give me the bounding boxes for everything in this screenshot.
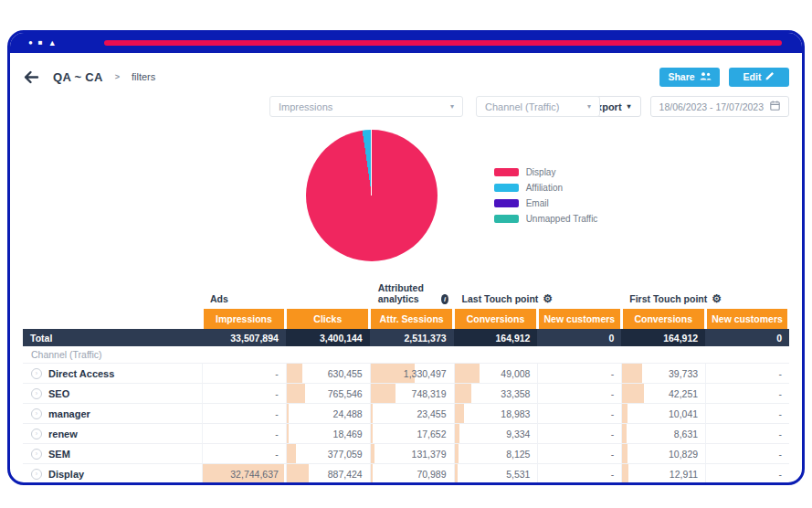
legend-item-affiliation[interactable]: Affiliation [494, 183, 598, 193]
value-bar [287, 464, 309, 483]
total-value: 0 [705, 329, 789, 346]
data-cell: 765,546 [286, 384, 370, 404]
toolbar-buttons: Share Edit [659, 68, 789, 87]
legend-swatch [494, 184, 519, 192]
main-content: QA ~ CA > filters Share [10, 65, 802, 485]
value-bar [371, 464, 374, 483]
cell-value: 377,059 [328, 449, 363, 460]
expand-row-icon[interactable]: › [31, 449, 42, 460]
cell-value: 10,829 [669, 449, 698, 460]
column-header-conversions[interactable]: Conversions [623, 309, 704, 329]
cell-value: - [611, 469, 615, 480]
table-row-sem[interactable]: ›SEM [23, 444, 202, 464]
dimension-select-value: Channel (Traffic) [485, 101, 559, 112]
expand-row-icon[interactable]: › [31, 408, 42, 419]
cell-value: 8,631 [674, 429, 698, 439]
pie-chart[interactable] [306, 130, 438, 261]
expand-row-icon[interactable]: › [31, 368, 42, 379]
table-row-direct-access[interactable]: ›Direct Access [23, 364, 202, 384]
total-value: 3,400,144 [286, 329, 370, 346]
legend-item-display[interactable]: Display [494, 167, 598, 177]
metrics-table: AdsAttributed analyticsiLast Touch point… [23, 280, 789, 485]
metric-select[interactable]: Impressions ▾ [269, 96, 463, 117]
column-group-label: Last Touch point [462, 293, 539, 304]
partial-cell [202, 484, 286, 485]
gear-icon[interactable]: ⚙ [712, 293, 722, 304]
data-cell: 33,358 [454, 384, 538, 404]
browser-titlebar: ● ■ ▲ [10, 33, 802, 53]
cell-value: - [275, 408, 279, 419]
data-cell: 10,829 [621, 444, 705, 464]
data-cell: - [537, 444, 621, 464]
value-bar [203, 484, 206, 485]
date-range-picker[interactable]: 18/06/2023 - 17/07/2023 [650, 96, 789, 117]
total-row-label: Total [23, 329, 202, 346]
export-date-controls: Export ▾ 18/06/2023 - 17/07/2023 [580, 96, 789, 117]
dimension-select[interactable]: Channel (Traffic) ▾ [476, 96, 600, 117]
table-row-manager[interactable]: ›manager [23, 404, 202, 424]
column-header-new-customers[interactable]: New customers [539, 309, 620, 329]
gear-icon[interactable]: ⚙ [543, 293, 553, 304]
table-row-display[interactable]: ›Display [23, 464, 202, 484]
expand-row-icon[interactable]: › [31, 429, 42, 439]
data-cell: 8,125 [454, 444, 538, 464]
expand-row-icon[interactable]: › [31, 388, 42, 399]
data-cell: 39,733 [621, 364, 705, 384]
share-button[interactable]: Share [659, 68, 720, 87]
report-title[interactable]: QA ~ CA [53, 70, 103, 84]
data-cell: 12,911 [621, 464, 705, 484]
cell-value: 33,358 [501, 388, 530, 399]
cell-value: - [275, 388, 279, 399]
column-header-clicks[interactable]: Clicks [287, 309, 368, 329]
value-bar [622, 484, 627, 485]
cell-value: 765,546 [328, 388, 363, 399]
data-cell: 887,424 [286, 464, 370, 484]
legend-item-unmapped-traffic[interactable]: Unmapped Traffic [494, 214, 598, 224]
column-group-label: Ads [210, 293, 228, 304]
cell-value: 49,008 [501, 368, 530, 379]
info-icon[interactable]: i [441, 294, 448, 304]
total-value: 164,912 [454, 329, 538, 346]
table-row-seo[interactable]: ›SEO [23, 384, 202, 404]
breadcrumb-filters[interactable]: filters [132, 71, 155, 82]
data-cell: 32,744,637 [202, 464, 286, 484]
data-cell: 5,531 [454, 464, 538, 484]
partial-cell [370, 484, 454, 485]
cell-value: 70,989 [417, 469, 446, 480]
table-row-renew[interactable]: ›renew [23, 424, 202, 444]
value-bar [622, 364, 642, 383]
data-cell: - [202, 424, 286, 444]
back-arrow-icon[interactable] [23, 69, 41, 84]
column-header-new-customers[interactable]: New customers [707, 309, 788, 329]
cell-value: 32,744,637 [230, 469, 279, 480]
cell-value: 42,251 [669, 388, 698, 399]
data-cell: 49,008 [454, 364, 538, 384]
legend-item-email[interactable]: Email [494, 198, 598, 208]
data-cell: - [202, 404, 286, 424]
calendar-icon [770, 101, 780, 112]
data-cell: 8,631 [621, 424, 705, 444]
data-cell: 70,989 [370, 464, 454, 484]
cell-value: - [611, 388, 615, 399]
cell-value: - [611, 449, 615, 460]
column-header-attr-sessions[interactable]: Attr. Sessions [371, 309, 452, 329]
column-header-impressions[interactable]: Impressions [204, 309, 285, 329]
data-cell: 9,334 [454, 424, 538, 444]
value-bar [371, 424, 373, 443]
channel-name: Display [48, 469, 84, 480]
channel-name: SEO [48, 388, 69, 399]
toolbar: QA ~ CA > filters Share [23, 65, 789, 89]
data-cell: - [705, 364, 789, 384]
column-header-conversions[interactable]: Conversions [455, 309, 536, 329]
cell-value: - [778, 449, 782, 460]
value-bar [287, 424, 289, 443]
value-bar [455, 484, 459, 485]
url-bar-decoration [104, 40, 782, 46]
data-cell: - [705, 404, 789, 424]
edit-button[interactable]: Edit [729, 68, 789, 87]
expand-row-icon[interactable]: › [31, 469, 42, 480]
partial-row-label [23, 484, 202, 485]
cell-value: - [778, 388, 782, 399]
data-cell: - [202, 444, 286, 464]
square-icon: ■ [38, 39, 43, 47]
